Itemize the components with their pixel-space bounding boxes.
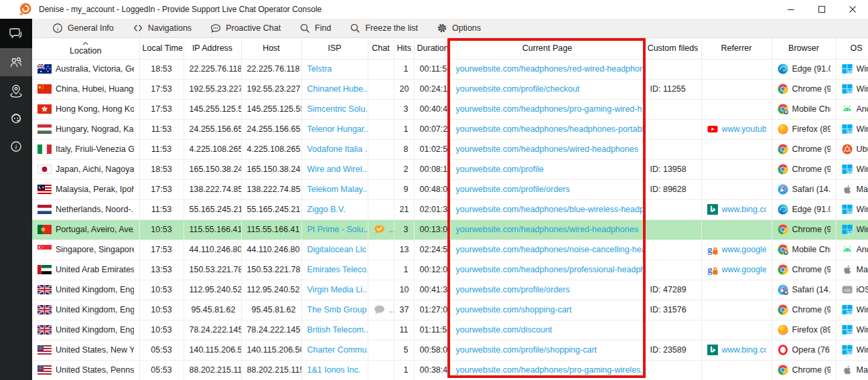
column-header-local_time[interactable]: Local Time — [139, 38, 184, 59]
cell-custom: ID: 11255 — [644, 79, 701, 99]
current-page-link[interactable]: yourwebsite.com/profile/orders — [456, 185, 570, 194]
column-header-label: Local Time — [143, 44, 181, 52]
visitor-row[interactable]: Japan, Aichi, Nagoya, ...18:53165.150.38… — [32, 159, 868, 179]
column-header-os[interactable]: OS — [836, 38, 868, 59]
current-page-link[interactable]: yourwebsite.com/headphones/headphones-po… — [456, 124, 645, 134]
close-button[interactable] — [837, 0, 868, 19]
svg-text:M: M — [784, 291, 787, 294]
isp-link[interactable]: Chinanet Hube... — [307, 84, 368, 94]
isp-link[interactable]: The Smb Group — [307, 305, 367, 314]
isp-link[interactable]: Telekom Malay... — [307, 185, 368, 194]
current-page-link[interactable]: yourwebsite.com/profile — [456, 165, 544, 174]
sidebar-item-geo[interactable] — [0, 76, 32, 104]
visitor-row[interactable]: Portugal, Aveiro, Ave...10:53115.55.166.… — [32, 219, 868, 240]
current-page-link[interactable]: yourwebsite.com/headphones/noise-cancell… — [456, 245, 645, 254]
column-header-location[interactable]: Location — [32, 38, 139, 59]
column-header-custom[interactable]: Custom fileds — [644, 38, 701, 59]
visitor-row[interactable]: United Kingdom, Engl...10:53112.95.240.5… — [32, 280, 868, 300]
cell-hits: 8 — [394, 139, 414, 159]
column-header-isp[interactable]: ISP — [301, 38, 368, 59]
visitor-row[interactable]: United States, New Yo...05:53140.115.206… — [32, 340, 868, 360]
current-page-link[interactable]: yourwebsite.com/headphones/wired-headpho… — [456, 145, 638, 154]
svg-text:g: g — [707, 265, 712, 275]
sidebar-item-visitors[interactable] — [0, 48, 32, 76]
visitor-row[interactable]: United Kingdom, Engl...10:5395.45.81.629… — [32, 300, 868, 320]
visitor-row[interactable]: Australia, Victoria, Ge...18:5322.225.76… — [32, 59, 868, 79]
visitor-row[interactable]: Italy, Friuli-Venezia Gi...11:534.225.10… — [32, 139, 868, 159]
visitor-row[interactable]: United Arab Emirates...13:53150.53.221.7… — [32, 260, 868, 280]
current-page-link[interactable]: yourwebsite.com/headphones/professional-… — [456, 265, 645, 274]
toolbar-button-find[interactable]: Find — [290, 19, 340, 38]
sidebar-item-chats[interactable] — [0, 19, 32, 48]
column-header-host[interactable]: Host — [241, 38, 301, 59]
referrer-link[interactable]: www.bing.co... — [722, 205, 766, 214]
isp-link[interactable]: Ziggo B.V. — [307, 205, 346, 214]
current-page-link[interactable]: yourwebsite.com/headphones/wired-headpho… — [456, 225, 638, 234]
current-page-link[interactable]: yourwebsite.com/headphones/red-wired-hea… — [456, 64, 645, 74]
isp-link[interactable]: 1&1 Ionos Inc. — [307, 365, 361, 375]
current-page-link[interactable]: yourwebsite.com/headphones/pro-gaming-wi… — [456, 104, 645, 114]
visitor-row[interactable]: Malaysia, Perak, Ipoh, ...17:53138.222.7… — [32, 179, 868, 199]
isp-link[interactable]: Emirates Teleco... — [307, 265, 368, 274]
isp-link[interactable]: Pt Prime - Solu... — [307, 225, 368, 234]
referrer-link[interactable]: www.google... — [722, 245, 766, 254]
isp-link[interactable]: Simcentric Solu... — [307, 104, 368, 114]
sidebar-item-operator[interactable] — [0, 104, 32, 132]
sidebar-item-info[interactable]: i — [0, 132, 32, 161]
visitor-row[interactable]: Hong Kong, Hong Ko...17:53145.255.125.55… — [32, 99, 868, 119]
cell-duration: 02:01:35 — [414, 199, 450, 219]
isp-link[interactable]: Vodafone Italia ... — [307, 145, 368, 154]
location-text: Italy, Friuli-Venezia Gi... — [56, 145, 134, 154]
visitor-row[interactable]: Hungary, Nograd, Kar...11:5324.255.156.6… — [32, 119, 868, 139]
column-header-referrer[interactable]: Referrer — [701, 38, 772, 59]
current-page-link[interactable]: yourwebsite.com/profile/orders — [456, 285, 570, 294]
cell-ip: 115.55.166.41 — [184, 219, 241, 240]
location-text: United Kingdom, Engl... — [56, 325, 134, 335]
column-header-chat[interactable]: Chat — [368, 38, 394, 59]
minimize-button[interactable] — [776, 0, 806, 19]
japan-flag-icon — [38, 165, 52, 174]
isp-link[interactable]: Telenor Hungar... — [307, 124, 368, 134]
visitor-row[interactable]: Singapore, Singapore...17:5344.110.246.8… — [32, 240, 868, 260]
maximize-button[interactable] — [806, 0, 837, 19]
current-page-link[interactable]: yourwebsite.com/profile/shopping-cart — [456, 345, 597, 355]
current-page-link[interactable]: yourwebsite.com/discount — [456, 325, 553, 335]
toolbar-button-options[interactable]: Options — [427, 19, 490, 38]
visitor-row[interactable]: Netherlands, Noord-...11:5355.165.245.21… — [32, 199, 868, 219]
isp-link[interactable]: Wire and Wirel... — [307, 165, 368, 174]
visitor-row[interactable]: United Kingdom, Engl...10:5378.24.222.14… — [32, 320, 868, 340]
column-header-current_page[interactable]: Current Page — [450, 38, 644, 59]
toolbar-button-freeze-the-list[interactable]: Freeze the list — [340, 19, 427, 38]
visitor-row[interactable]: United States, Pennsy...05:5388.202.215.… — [32, 360, 868, 380]
isp-link[interactable]: Digitalocean Llc — [307, 245, 366, 254]
toolbar-button-navigations[interactable]: Navigations — [123, 19, 201, 38]
column-header-browser[interactable]: Browser — [772, 38, 836, 59]
win10-icon: 10 — [842, 204, 853, 215]
location-cell-content: Hungary, Nograd, Kar... — [38, 124, 134, 134]
current-page-link[interactable]: yourwebsite.com/profile/checkout — [456, 84, 580, 94]
os-cell-content: 10Win — [842, 224, 868, 235]
visitor-row[interactable]: China, Hubei, Huangg...17:53192.55.23.22… — [32, 79, 868, 99]
referrer-link[interactable]: www.google... — [722, 265, 766, 274]
duration-text: 00:40:44 — [420, 104, 451, 114]
isp-link[interactable]: Virgin Media Li... — [307, 285, 368, 294]
toolbar-button-general-info[interactable]: iGeneral Info — [43, 19, 123, 38]
host-text: 55.165.245.21 — [247, 205, 301, 214]
referrer-link[interactable]: www.bing.co... — [722, 345, 766, 355]
column-header-ip[interactable]: IP Address — [184, 38, 241, 59]
current-page-link[interactable]: yourwebsite.com/shopping-cart — [456, 305, 572, 314]
chrome-icon — [778, 224, 788, 235]
isp-link[interactable]: British Telecom... — [307, 325, 368, 335]
isp-link[interactable]: Telstra — [307, 64, 332, 74]
referrer-link[interactable]: www.youtub... — [722, 124, 766, 134]
current-page-link[interactable]: yourwebsite.com/headphones/pro-gaming-wi… — [456, 365, 645, 375]
column-header-hits[interactable]: Hits — [394, 38, 414, 59]
cell-hits: 5 — [394, 340, 414, 360]
cell-ip: 95.45.81.62 — [184, 300, 241, 320]
column-header-duration[interactable]: Duration — [414, 38, 450, 59]
toolbar-button-proactive-chat[interactable]: Proactive Chat — [201, 19, 290, 38]
cell-host: 115.55.166.41 — [241, 219, 301, 240]
current-page-link[interactable]: yourwebsite.com/headphones/blue-wireless… — [456, 205, 645, 214]
hits-text: 8 — [404, 145, 409, 154]
isp-link[interactable]: Charter Commu... — [307, 345, 368, 355]
